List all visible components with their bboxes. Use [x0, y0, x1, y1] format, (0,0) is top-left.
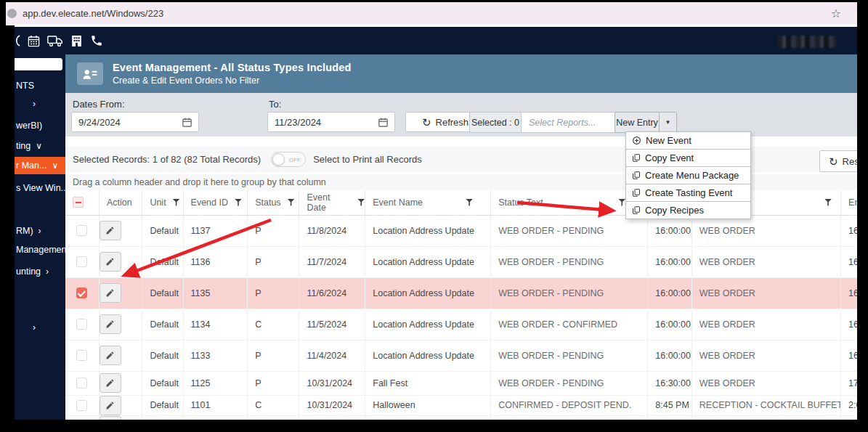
new-entry-button[interactable]: New Entry [615, 112, 660, 133]
sidebar-item-9[interactable]: › [6, 320, 65, 335]
row-checkbox[interactable] [76, 350, 87, 361]
calendar-picker-icon[interactable] [378, 117, 389, 128]
sidebar-nav: NTS›werBI)ting∨r Man...∨s View Win...RM)… [6, 54, 65, 420]
sidebar-item-5[interactable]: s View Win... [6, 181, 65, 195]
select-all-indeterminate-checkbox[interactable] [73, 197, 84, 208]
edit-pencil-button[interactable] [100, 314, 121, 334]
filter-funnel-icon[interactable] [235, 199, 242, 206]
frame-bottom [0, 420, 868, 432]
row-checkbox[interactable] [76, 256, 87, 267]
menu-item-create-tasting-event[interactable]: Create Tasting Event [625, 184, 751, 202]
row-checkbox[interactable] [76, 378, 87, 388]
sidebar-item-4[interactable]: r Man...∨ [6, 157, 65, 174]
truck-icon[interactable] [47, 34, 63, 47]
phone-icon[interactable] [90, 34, 103, 47]
sidebar-item-1[interactable]: › [6, 97, 65, 111]
toggle-state-label: OFF [289, 157, 301, 163]
edit-pencil-button[interactable] [100, 373, 121, 393]
print-all-toggle[interactable]: OFF [271, 152, 306, 167]
print-all-hint: Select to Print all Records [313, 154, 422, 165]
menu-item-copy-recipes[interactable]: Copy Recipes [625, 201, 751, 219]
chevron-right-icon: › [33, 322, 36, 333]
filter-funnel-icon[interactable] [173, 199, 180, 206]
event-row-1135[interactable]: Default1135P11/6/2024Location Address Up… [65, 277, 857, 309]
cell-unit: Default [142, 371, 183, 395]
cell-event_type: WEB ORDER [691, 309, 840, 340]
column-header-event_id[interactable]: Evend ID [183, 190, 248, 215]
event-row-1134[interactable]: Default1134C11/5/2024Location Address Up… [65, 309, 857, 340]
event-row-1101[interactable]: Default1101C10/31/2024HalloweenCONFIRMED… [65, 395, 857, 415]
cell-start: 16:00:00 [648, 309, 692, 340]
cell-unit: Default [142, 215, 183, 246]
cell-end: 2:00 AM [841, 395, 857, 415]
calendar-picker-icon[interactable] [182, 117, 192, 128]
event-row-1137[interactable]: Default1137P11/8/2024Location Address Up… [65, 215, 857, 246]
cell-event_date: 11/7/2024 [299, 246, 365, 277]
toggle-knob[interactable] [272, 153, 285, 166]
browser-url-bar[interactable]: app.dev.elecate.net/Windows/223 ☆ [6, 2, 857, 24]
date-to-input[interactable]: 11/23/2024 [267, 112, 395, 132]
row-checkbox[interactable] [76, 225, 87, 236]
chevron-right-icon: › [33, 99, 36, 109]
bookmark-star-icon[interactable]: ☆ [831, 7, 841, 20]
sidebar-item-6[interactable]: RM)› [6, 224, 65, 238]
site-favicon [7, 9, 17, 18]
filter-funnel-icon[interactable] [288, 199, 295, 206]
row-checkbox[interactable] [76, 319, 87, 330]
sidebar-item-0[interactable]: NTS [6, 78, 65, 93]
column-label: Unit [150, 197, 166, 208]
edit-pencil-button[interactable] [100, 346, 121, 365]
copy-icon [632, 188, 641, 197]
cell-end: 16:30:00 [841, 309, 857, 340]
sidebar-item-2[interactable]: werBI) [6, 118, 65, 133]
cell-unit: Default [142, 246, 183, 277]
calendar-icon[interactable] [27, 34, 41, 48]
sidebar-item-7[interactable]: Management [6, 243, 65, 257]
building-icon[interactable] [70, 34, 84, 48]
cell-event_name: Location Address Update [365, 309, 491, 340]
menu-item-new-event[interactable]: New Event [625, 131, 751, 150]
column-header-event_name[interactable]: Event Name [365, 190, 491, 215]
menu-item-create-menu-package[interactable]: Create Menu Package [625, 166, 751, 184]
edit-pencil-button[interactable] [100, 221, 121, 240]
cell-event_type: WEB ORDER [691, 340, 840, 371]
url-text[interactable]: app.dev.elecate.net/Windows/223 [23, 8, 163, 19]
cell-event_date: 10/31/2024 [299, 371, 365, 395]
edit-pencil-button[interactable] [100, 252, 121, 272]
edit-pencil-button[interactable] [100, 283, 121, 303]
column-header-action[interactable]: Action [99, 190, 142, 215]
dates-from-label: Dates From: [73, 99, 125, 110]
column-header-status[interactable]: Status [248, 190, 299, 215]
sidebar-item-3[interactable]: ting∨ [6, 139, 65, 153]
reset-button[interactable]: ↻ Reset [819, 150, 857, 172]
column-header-end[interactable]: End [841, 190, 857, 215]
cell-status_text: WEB ORDER - CONFIRMED [491, 309, 648, 340]
sidebar-search-input[interactable] [9, 58, 62, 70]
new-entry-dropdown-arrow[interactable]: ▼ [660, 112, 677, 133]
cell-start: 8:45 PM [648, 395, 692, 415]
event-row-1136[interactable]: Default1136P11/7/2024Location Address Up… [65, 246, 857, 277]
row-checkbox[interactable] [76, 400, 87, 411]
new-entry-split-button[interactable]: New Entry ▼ [615, 112, 677, 133]
filter-funnel-icon[interactable] [618, 199, 625, 206]
cell-event_type: RECEPTION - COCKTAIL BUFFET [691, 395, 840, 415]
sidebar-item-8[interactable]: unting› [6, 264, 65, 279]
column-header-unit[interactable]: Unit [142, 190, 183, 215]
cell-status: P [248, 277, 299, 309]
column-header-status_text[interactable]: Status Text [491, 190, 648, 215]
filter-funnel-icon[interactable] [824, 199, 832, 206]
cell-event_name: Fall Fest [365, 371, 491, 395]
column-header-select[interactable] [65, 190, 99, 215]
chevron-down-icon: ∨ [36, 141, 42, 151]
edit-pencil-button[interactable] [100, 396, 121, 415]
filter-funnel-icon[interactable] [466, 199, 473, 206]
event-row-1125[interactable]: Default1125P10/31/2024Fall FestWEB ORDER… [65, 371, 857, 395]
row-checkbox[interactable] [76, 288, 87, 298]
date-from-input[interactable]: 9/24/2024 [71, 112, 199, 132]
column-header-event_date[interactable]: Event Date [299, 190, 365, 215]
event-row-1133[interactable]: Default1133P11/4/2024Location Address Up… [65, 340, 857, 371]
records-summary-text: Selected Records: 1 of 82 (82 Total Reco… [73, 154, 261, 165]
menu-item-copy-event[interactable]: Copy Event [625, 149, 751, 167]
cell-start: 16:30:00 [648, 371, 692, 395]
filter-funnel-icon[interactable] [357, 199, 365, 206]
